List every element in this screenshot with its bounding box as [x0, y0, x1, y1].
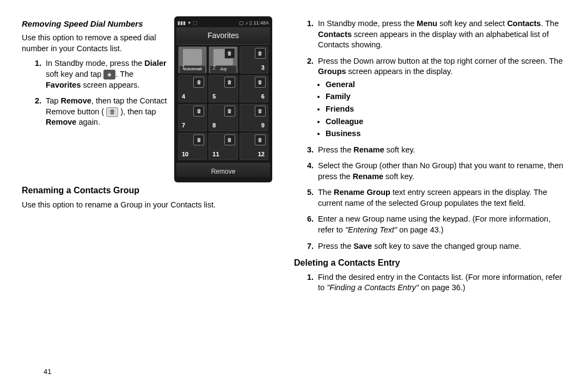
group-friends: Friends	[326, 104, 566, 115]
intro-removing-speed-dial: Use this option to remove a speed dial n…	[22, 33, 168, 54]
fav-cell-10: 10	[178, 133, 207, 160]
status-right: ▢ ♪ ▯ 11:48A	[239, 20, 269, 26]
trash-icon	[193, 106, 204, 117]
group-general: General	[326, 79, 566, 90]
trash-icon	[224, 48, 235, 59]
fav-cell-12: 12	[240, 133, 268, 160]
remove-softkey: Remove	[176, 163, 270, 177]
trash-icon	[193, 77, 204, 88]
rg-step-5: The Rename Group text entry screen appea…	[316, 187, 566, 209]
heading-removing-speed-dial: Removing Speed Dial Numbers	[22, 19, 168, 29]
phone-shell: ▮▮▮ ✦ ⬚ ▢ ♪ ▯ 11:48A Favorites 1Voicemai…	[174, 16, 272, 182]
fav-cell-11: 11	[209, 133, 237, 160]
favorites-title: Favorites	[176, 27, 270, 45]
group-colleague: Colleague	[326, 117, 566, 127]
trash-icon	[255, 106, 266, 117]
manual-page: Removing Speed Dial Numbers Use this opt…	[0, 0, 588, 392]
left-top-block: Removing Speed Dial Numbers Use this opt…	[22, 16, 272, 182]
trash-icon	[255, 134, 266, 145]
rg-step-1: In Standby mode, press the Menu soft key…	[316, 19, 566, 51]
left-column: Removing Speed Dial Numbers Use this opt…	[22, 16, 272, 381]
trash-icon	[224, 134, 235, 145]
fav-cell-2: 2Joy	[209, 46, 237, 74]
right-column: In Standby mode, press the Menu soft key…	[294, 16, 566, 381]
groups-list: General Family Friends Colleague Busines…	[318, 79, 566, 139]
group-business: Business	[326, 128, 566, 139]
del-step-1: Find the desired entry in the Contacts l…	[316, 272, 566, 293]
page-number: 41	[44, 367, 51, 376]
step-1: In Standby mode, press the Dialer soft k…	[44, 58, 168, 90]
rg-step-3: Press the Rename soft key.	[316, 145, 566, 156]
star-icon: ★	[103, 70, 115, 79]
rg-step-4: Select the Group (other than No Group) t…	[316, 161, 566, 182]
fav-cell-3: 3	[240, 46, 268, 74]
intro-renaming-group: Use this option to rename a Group in you…	[22, 200, 272, 211]
fav-cell-6: 6	[240, 75, 268, 102]
heading-deleting-entry: Deleting a Contacts Entry	[294, 257, 566, 269]
trash-icon	[193, 134, 204, 145]
steps-renaming-group: In Standby mode, press the Menu soft key…	[294, 19, 566, 252]
status-left: ▮▮▮ ✦ ⬚	[177, 20, 198, 26]
heading-renaming-group: Renaming a Contacts Group	[22, 185, 272, 197]
trash-icon	[255, 77, 266, 88]
group-family: Family	[326, 91, 566, 102]
rg-step-6: Enter a new Group name using the keypad.…	[316, 214, 566, 235]
phone-screenshot: ▮▮▮ ✦ ⬚ ▢ ♪ ▯ 11:48A Favorites 1Voicemai…	[174, 16, 272, 182]
rg-step-2: Press the Down arrow button at the top r…	[316, 56, 566, 139]
trash-icon	[224, 77, 235, 88]
favorites-grid: 1Voicemail 2Joy 3 4 5 6 7 8 9 10 11 12	[176, 45, 270, 162]
fav-cell-7: 7	[178, 104, 207, 131]
fav-cell-1: 1Voicemail	[178, 46, 207, 74]
fav-cell-9: 9	[240, 104, 268, 131]
fav-cell-8: 8	[209, 104, 237, 131]
fav-cell-4: 4	[178, 75, 207, 102]
status-bar: ▮▮▮ ✦ ⬚ ▢ ♪ ▯ 11:48A	[176, 19, 270, 27]
trash-icon	[224, 106, 235, 117]
rg-step-7: Press the Save soft key to save the chan…	[316, 241, 566, 252]
steps-removing-speed-dial: In Standby mode, press the Dialer soft k…	[22, 58, 168, 127]
steps-deleting-entry: Find the desired entry in the Contacts l…	[294, 272, 566, 293]
trash-icon	[255, 48, 266, 59]
trash-icon: 🗑	[106, 107, 118, 117]
fav-cell-5: 5	[209, 75, 237, 102]
step-2: Tap Remove, then tap the Contact Remove …	[44, 96, 168, 128]
left-top-text: Removing Speed Dial Numbers Use this opt…	[22, 16, 168, 133]
